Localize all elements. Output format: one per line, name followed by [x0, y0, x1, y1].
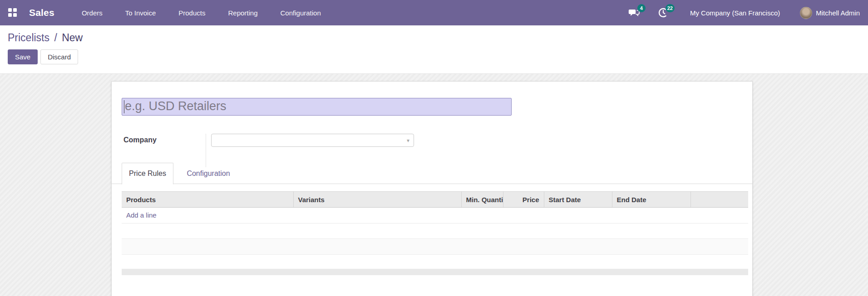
col-header-variants: Variants — [293, 192, 461, 208]
menu-item-reporting[interactable]: Reporting — [228, 9, 257, 17]
col-header-empty — [690, 192, 748, 208]
company-select[interactable]: ▾ — [211, 134, 414, 147]
activities-badge: 22 — [666, 4, 675, 12]
messages-button[interactable]: 4 — [627, 6, 641, 19]
col-header-min-quantity: Min. Quanti... — [461, 192, 503, 208]
user-menu[interactable]: Mitchell Admin — [800, 7, 860, 19]
company-switcher[interactable]: My Company (San Francisco) — [690, 9, 780, 17]
menu-item-configuration[interactable]: Configuration — [281, 9, 321, 17]
tab-price-rules[interactable]: Price Rules — [122, 163, 173, 184]
price-rules-table: Products Variants Min. Quanti... Price S… — [122, 191, 748, 208]
user-name: Mitchell Admin — [816, 9, 860, 17]
pricelist-form-card: Company ▾ Price Rules Configuration Prod… — [111, 81, 753, 296]
company-label: Company — [123, 136, 157, 144]
breadcrumb-current: New — [62, 32, 83, 44]
add-a-line-link[interactable]: Add a line — [126, 211, 157, 219]
col-header-price: Price — [503, 192, 544, 208]
breadcrumb-pricelists[interactable]: Pricelists — [8, 32, 49, 44]
activities-button[interactable]: 22 — [656, 6, 670, 19]
menu-item-products[interactable]: Products — [178, 9, 205, 17]
notebook-tabs: Price Rules Configuration — [112, 163, 753, 184]
menu-item-to-invoice[interactable]: To Invoice — [125, 9, 156, 17]
control-panel: Pricelists / New Save Discard — [0, 25, 868, 73]
table-row: Add a line — [122, 207, 748, 223]
col-header-end-date: End Date — [612, 192, 690, 208]
discard-button[interactable]: Discard — [40, 49, 78, 64]
main-menu: Orders To Invoice Products Reporting Con… — [82, 9, 321, 17]
save-button[interactable]: Save — [8, 49, 38, 64]
menu-item-orders[interactable]: Orders — [82, 9, 103, 17]
text-cursor — [124, 100, 124, 113]
top-navbar: Sales Orders To Invoice Products Reporti… — [0, 0, 868, 25]
app-title: Sales — [29, 7, 54, 18]
breadcrumb: Pricelists / New — [8, 32, 868, 44]
chevron-down-icon: ▾ — [407, 137, 409, 144]
apps-grid-icon[interactable] — [8, 8, 17, 17]
tab-configuration[interactable]: Configuration — [181, 163, 236, 184]
messages-badge: 4 — [637, 4, 646, 12]
col-header-start-date: Start Date — [544, 192, 612, 208]
user-avatar — [800, 7, 812, 19]
pricelist-name-input[interactable] — [122, 98, 512, 116]
field-separator — [206, 134, 206, 167]
horizontal-scrollbar[interactable] — [122, 269, 748, 275]
breadcrumb-separator: / — [52, 32, 59, 44]
empty-row-band — [122, 238, 748, 255]
col-header-products: Products — [122, 192, 293, 208]
